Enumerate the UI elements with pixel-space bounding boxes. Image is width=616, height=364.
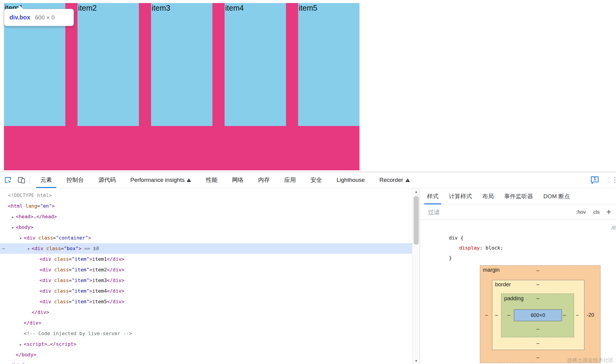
stylesheet-origin-label: 用户代理样式表 (611, 223, 616, 233)
tab-lighthouse[interactable]: Lighthouse (329, 172, 372, 188)
dom-tree-line-selected[interactable]: ⋯▾<div class="box"> == $0 (0, 243, 412, 254)
dom-tree-line[interactable]: <div class="item">item4</div> (0, 286, 412, 296)
margin-right-value[interactable]: -20 (587, 312, 594, 318)
tab-network[interactable]: 网络 (225, 172, 251, 188)
padding-bottom-value[interactable]: – (536, 326, 539, 332)
css-rule-close: } (425, 243, 616, 253)
scrollbar-thumb[interactable] (414, 196, 419, 245)
margin-left-value[interactable]: – (485, 312, 488, 318)
elements-scrollbar[interactable]: ▲ ▼ (412, 188, 420, 364)
tab-memory[interactable]: 内存 (251, 172, 277, 188)
expand-arrow-icon[interactable]: ▸ (10, 212, 16, 223)
tooltip-selector: div.box (9, 14, 30, 21)
page-viewport: item1 item2 item3 item4 item5 div.box 60… (0, 0, 616, 172)
padding-left-value[interactable]: – (507, 312, 510, 318)
dom-tree-line[interactable]: <html lang="en"> (0, 201, 412, 211)
new-style-rule-button[interactable]: + (606, 208, 611, 216)
tab-styles[interactable]: 样式 (422, 188, 444, 204)
dom-tree-line[interactable]: <!DOCTYPE html> (0, 190, 412, 201)
collapse-arrow-icon[interactable]: ▾ (26, 244, 32, 254)
styles-panel: 样式 计算样式 布局 事件监听器 DOM 断点 :hov .cls + div … (420, 188, 616, 364)
collapse-arrow-icon[interactable]: ▾ (18, 233, 24, 244)
dom-tree-line[interactable]: </div> (0, 307, 412, 318)
dom-tree-line[interactable]: </div> (0, 318, 412, 328)
warning-triangle-icon (187, 178, 191, 182)
kebab-menu-icon[interactable]: ⋮ (611, 176, 616, 184)
dom-tree-line[interactable]: ▸<head>…</head> (0, 211, 412, 222)
margin-top-value[interactable]: – (536, 267, 539, 274)
watermark: @稀土掘金技术社区 (567, 357, 614, 364)
padding-label: padding (504, 295, 524, 302)
issues-count: 1 (589, 176, 601, 182)
styles-tab-bar: 样式 计算样式 布局 事件监听器 DOM 断点 (420, 188, 616, 205)
inspect-overlay-tooltip: div.box 600 × 0 (4, 9, 74, 26)
border-bottom-value[interactable]: – (536, 340, 539, 346)
tab-dom-breakpoints[interactable]: DOM 断点 (538, 188, 575, 204)
tab-console[interactable]: 控制台 (59, 172, 91, 188)
tab-elements[interactable]: 元素 (33, 172, 59, 188)
style-filter-input[interactable] (428, 209, 570, 216)
devtools-window: item1 item2 item3 item4 item5 div.box 60… (0, 0, 616, 364)
border-right-value[interactable]: – (576, 312, 579, 318)
device-toolbar-button[interactable] (16, 175, 27, 185)
devtools-toolbar: 元素 控制台 源代码 Performance insights 性能 网络 内存… (0, 172, 616, 188)
scroll-down-arrow[interactable]: ▼ (412, 357, 420, 364)
inspect-element-button[interactable] (2, 175, 13, 185)
tab-recorder[interactable]: Recorder (372, 172, 417, 188)
css-rule-selector-line[interactable]: div { 用户代理样式表 (425, 223, 616, 233)
scroll-up-arrow[interactable]: ▲ (412, 188, 420, 195)
dom-tree-line[interactable]: ▾<body> (0, 222, 412, 233)
box-model-diagram: 600×0 margin border padding – – – – – – … (480, 265, 601, 363)
dom-tree-line[interactable]: <div class="item">item1</div> (0, 254, 412, 264)
border-top-value[interactable]: – (536, 281, 539, 287)
content-dimensions: 600×0 (531, 312, 545, 318)
tab-computed[interactable]: 计算样式 (444, 188, 477, 204)
margin-bottom-value[interactable]: – (536, 355, 539, 361)
margin-label: margin (483, 267, 500, 273)
css-rule-block: div { 用户代理样式表 display: block; } (420, 220, 616, 253)
toggle-element-state-button[interactable]: :hov (576, 209, 586, 215)
dom-tree-line[interactable]: <!-- Code injected by live-server --> (0, 328, 412, 339)
dom-tree: <!DOCTYPE html><html lang="en">▸<head>…<… (0, 188, 412, 364)
dom-tree-line[interactable]: <div class="item">item2</div> (0, 264, 412, 275)
border-label: border (495, 281, 511, 288)
toolbar-divider (608, 176, 608, 184)
demo-item: item3 (151, 3, 212, 126)
tab-security[interactable]: 安全 (303, 172, 329, 188)
toolbar-divider (30, 176, 30, 184)
css-declaration[interactable]: display: block; (425, 233, 616, 243)
styles-filter-bar: :hov .cls + (420, 205, 616, 220)
tab-sources[interactable]: 源代码 (91, 172, 123, 188)
expand-arrow-icon[interactable]: ▸ (18, 339, 24, 350)
tab-layout[interactable]: 布局 (477, 188, 499, 204)
more-actions-icon[interactable]: ⋯ (2, 243, 5, 254)
padding-top-value[interactable]: – (536, 295, 539, 301)
tab-application[interactable]: 应用 (277, 172, 303, 188)
box-model-content-box[interactable]: 600×0 (514, 309, 562, 321)
inspect-cursor-icon (4, 176, 12, 184)
collapse-arrow-icon[interactable]: ▾ (10, 223, 16, 233)
dom-tree-line[interactable]: <div class="item">item5</div> (0, 296, 412, 307)
dom-tree-line[interactable]: </body> (0, 349, 412, 360)
device-toolbar-icon (17, 176, 25, 184)
tab-performance[interactable]: 性能 (198, 172, 225, 188)
tab-event-listeners[interactable]: 事件监听器 (499, 188, 538, 204)
tooltip-dimensions: 600 × 0 (35, 14, 55, 21)
toggle-class-button[interactable]: .cls (592, 209, 600, 215)
tab-performance-insights[interactable]: Performance insights (123, 172, 198, 188)
demo-box: item1 item2 item3 item4 item5 (4, 3, 360, 170)
warning-triangle-icon (405, 178, 410, 182)
demo-item: item5 (298, 3, 360, 126)
dom-tree-line[interactable]: <div class="item">item3</div> (0, 275, 412, 286)
padding-right-value[interactable]: – (563, 312, 566, 318)
dom-tree-line[interactable]: ▸<script>…</script> (0, 339, 412, 349)
dom-tree-line[interactable]: </html> (0, 360, 412, 364)
issues-count-chip[interactable]: 1 (589, 175, 601, 185)
demo-item: item2 (77, 3, 139, 126)
demo-item: item4 (225, 3, 286, 126)
border-left-value[interactable]: – (495, 312, 498, 318)
dom-tree-line[interactable]: ▾<div class="container"> (0, 233, 412, 243)
